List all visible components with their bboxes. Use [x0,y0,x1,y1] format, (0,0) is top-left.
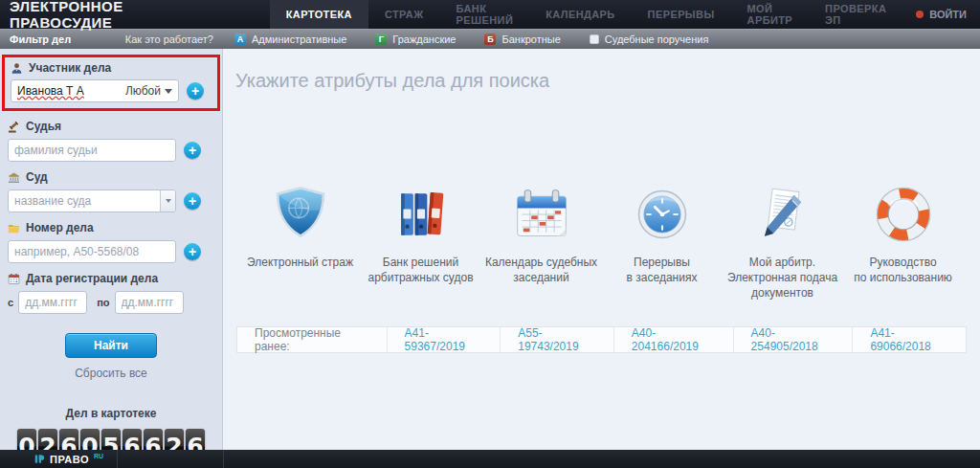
date-from-input[interactable] [18,291,87,314]
nav-strazh[interactable]: СТРАЖ [368,0,440,29]
calendar-icon [481,184,601,243]
court-dropdown-button[interactable] [160,190,175,212]
feature-label: Перерывы в заседаниях [602,255,722,285]
judge-input[interactable] [8,139,176,162]
footer-bar: ПРАВО RU [0,450,980,468]
binders-icon [361,184,480,243]
main-panel: Укажите атрибуты дела для поиска Электро… [223,49,980,450]
tab-court-orders-label: Судебные поручения [605,33,709,45]
feature-hearing-breaks[interactable]: Перерывы в заседаниях [602,184,722,301]
recent-case-link[interactable]: А41-59367/2019 [387,327,501,352]
feature-hearings-calendar[interactable]: Календарь судебных заседаний [481,184,601,301]
nav-moy-arbitr[interactable]: МОЙ АРБИТР [731,0,810,29]
court-input-row: + [8,189,222,212]
feature-label: Руководство по использованию [843,255,963,285]
nav-proverka-ep[interactable]: ПРОВЕРКА ЭП [809,0,902,29]
nav-pereryvy[interactable]: ПЕРЕРЫВЫ [632,0,731,29]
footer-divider [117,450,118,468]
feature-electronic-guard[interactable]: Электронный страж [240,184,360,301]
recent-case-link[interactable]: А41-69066/2018 [852,327,966,352]
court-input[interactable] [8,189,176,212]
login-button[interactable]: ВОЙТИ [902,0,980,29]
tab-bankruptcy[interactable]: Б Банкротные [484,33,560,45]
feature-label: Электронный страж [240,255,360,270]
add-judge-button[interactable]: + [184,142,201,159]
judge-label-row: Судья [8,120,222,133]
feature-label: Мой арбитр. Электронная подача документо… [723,255,842,301]
court-label-row: Суд [8,170,222,184]
service-shortcuts: Электронный страж Банк решений арбитражн… [223,184,980,301]
folder-icon [8,222,20,234]
add-court-button[interactable]: + [184,192,201,210]
app-logo[interactable]: ЭЛЕКТРОННОЕ ПРАВОСУДИЕ [0,0,195,29]
add-case-number-button[interactable]: + [184,243,201,260]
filter-sub-bar: Фильтр дел Как это работает? А Администр… [0,29,980,49]
date-to-label: по [97,297,109,308]
case-number-label: Номер дела [26,221,94,234]
recent-case-link[interactable]: А40-254905/2018 [733,327,853,352]
footer-divider [223,450,224,468]
pravo-logo-suffix: RU [94,453,103,459]
page-title: Укажите атрибуты дела для поиска [235,70,980,92]
participant-input[interactable]: Иванова Т А Любой [11,79,179,102]
nav-kartoteka[interactable]: КАРТОТЕКА [270,0,368,29]
feature-label: Календарь судебных заседаний [481,255,601,285]
chevron-down-icon [166,199,171,203]
pravo-logo-text: ПРАВО [50,454,89,465]
reset-all-link[interactable]: Сбросить все [0,367,222,380]
case-number-input-row: + [8,240,222,263]
pravo-logo-icon [34,454,45,464]
case-number-input[interactable] [8,240,176,263]
chevron-down-icon [165,89,172,94]
pravo-ru-logo[interactable]: ПРАВО RU [34,454,103,465]
person-icon [11,62,23,75]
date-from-label: с [8,297,13,308]
participant-label: Участник дела [29,61,111,75]
tab-civil[interactable]: Г Гражданские [375,33,456,45]
case-number-label-row: Номер дела [8,221,222,234]
participant-label-row: Участник дела [11,61,214,75]
case-category-tabs: А Административные Г Гражданские Б Банкр… [234,33,708,45]
feature-user-guide[interactable]: Руководство по использованию [843,184,963,301]
login-status-icon [916,11,924,18]
content-area: Участник дела Иванова Т А Любой + Судья … [0,49,980,450]
tab-court-orders[interactable]: Судебные поручения [590,33,709,45]
top-nav: КАРТОТЕКА СТРАЖ БАНК РЕШЕНИЙ КАЛЕНДАРЬ П… [270,0,903,29]
feature-my-arbiter-filing[interactable]: Мой арбитр. Электронная подача документо… [723,184,842,301]
reg-date-label: Дата регистрации дела [26,272,158,285]
calendar-small-icon [8,273,20,285]
filter-title: Фильтр дел [10,33,71,45]
reg-date-input-row: с по [8,291,222,314]
nav-bank-resheniy[interactable]: БАНК РЕШЕНИЙ [440,0,530,29]
civil-letter-icon: Г [375,33,387,45]
login-label: ВОЙТИ [929,9,967,20]
participant-role-value: Любой [125,84,161,98]
date-to-input[interactable] [115,291,184,314]
tab-bankruptcy-label: Банкротные [501,33,560,45]
clock-icon [602,184,722,243]
participant-role-dropdown[interactable]: Любой [125,84,172,98]
search-button[interactable]: Найти [65,333,157,358]
participant-value: Иванова Т А [17,84,84,98]
tab-administrative[interactable]: А Административные [234,33,346,45]
tab-civil-label: Гражданские [392,33,456,45]
participant-section-highlight: Участник дела Иванова Т А Любой + [2,55,220,111]
tab-administrative-label: Административные [252,33,346,45]
recently-viewed-label: Просмотренные ранее: [237,327,387,352]
gavel-icon [8,121,20,133]
recent-case-link[interactable]: А40-204166/2019 [613,327,733,352]
top-navigation-bar: ЭЛЕКТРОННОЕ ПРАВОСУДИЕ КАРТОТЕКА СТРАЖ Б… [0,0,980,29]
feature-decisions-bank[interactable]: Банк решений арбитражных судов [361,184,480,301]
subbar-left: Фильтр дел Как это работает? [0,33,223,45]
lifebuoy-icon [843,184,963,243]
add-participant-button[interactable]: + [187,82,204,100]
recent-case-link[interactable]: А55-19743/2019 [500,327,613,352]
courthouse-icon [8,171,20,184]
court-select [8,189,176,212]
bankruptcy-letter-icon: Б [484,33,496,45]
how-it-works-link[interactable]: Как это работает? [125,33,213,45]
reg-date-label-row: Дата регистрации дела [8,272,222,285]
nav-kalendar[interactable]: КАЛЕНДАРЬ [529,0,631,29]
participant-input-row: Иванова Т А Любой + [11,79,214,102]
feature-label: Банк решений арбитражных судов [361,255,480,285]
